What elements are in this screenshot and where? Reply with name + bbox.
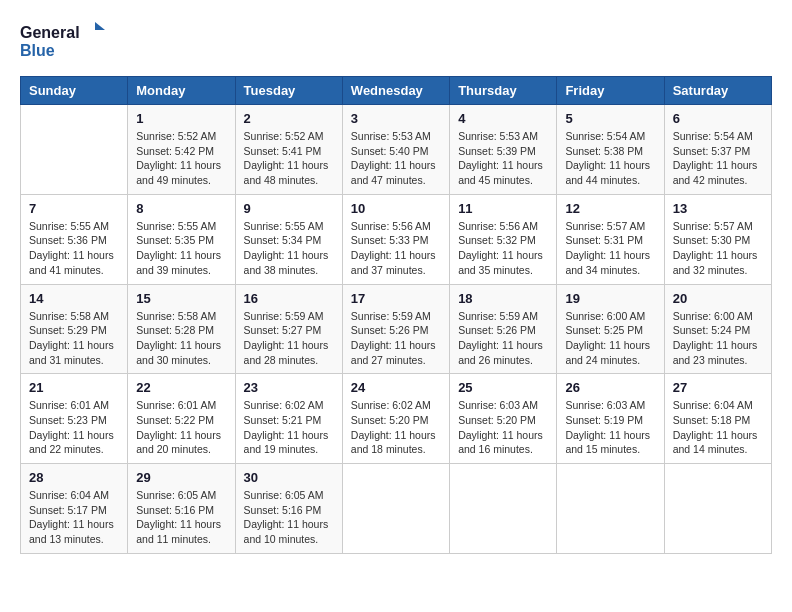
calendar-cell [21,105,128,195]
day-info: Sunrise: 5:52 AM Sunset: 5:42 PM Dayligh… [136,129,226,188]
day-info: Sunrise: 6:00 AM Sunset: 5:24 PM Dayligh… [673,309,763,368]
day-info: Sunrise: 6:05 AM Sunset: 5:16 PM Dayligh… [136,488,226,547]
calendar-cell: 8Sunrise: 5:55 AM Sunset: 5:35 PM Daylig… [128,194,235,284]
calendar-cell: 19Sunrise: 6:00 AM Sunset: 5:25 PM Dayli… [557,284,664,374]
day-number: 14 [29,291,119,306]
day-info: Sunrise: 6:02 AM Sunset: 5:20 PM Dayligh… [351,398,441,457]
day-info: Sunrise: 6:02 AM Sunset: 5:21 PM Dayligh… [244,398,334,457]
day-number: 3 [351,111,441,126]
day-number: 19 [565,291,655,306]
calendar-cell: 7Sunrise: 5:55 AM Sunset: 5:36 PM Daylig… [21,194,128,284]
day-number: 8 [136,201,226,216]
calendar-cell: 12Sunrise: 5:57 AM Sunset: 5:31 PM Dayli… [557,194,664,284]
day-number: 27 [673,380,763,395]
day-info: Sunrise: 6:01 AM Sunset: 5:22 PM Dayligh… [136,398,226,457]
day-info: Sunrise: 5:59 AM Sunset: 5:26 PM Dayligh… [351,309,441,368]
day-number: 30 [244,470,334,485]
day-info: Sunrise: 5:58 AM Sunset: 5:28 PM Dayligh… [136,309,226,368]
day-info: Sunrise: 5:54 AM Sunset: 5:38 PM Dayligh… [565,129,655,188]
calendar-cell: 10Sunrise: 5:56 AM Sunset: 5:33 PM Dayli… [342,194,449,284]
day-info: Sunrise: 5:57 AM Sunset: 5:30 PM Dayligh… [673,219,763,278]
calendar-cell: 23Sunrise: 6:02 AM Sunset: 5:21 PM Dayli… [235,374,342,464]
day-info: Sunrise: 5:54 AM Sunset: 5:37 PM Dayligh… [673,129,763,188]
day-info: Sunrise: 5:53 AM Sunset: 5:39 PM Dayligh… [458,129,548,188]
day-info: Sunrise: 6:00 AM Sunset: 5:25 PM Dayligh… [565,309,655,368]
calendar-cell: 5Sunrise: 5:54 AM Sunset: 5:38 PM Daylig… [557,105,664,195]
calendar-cell: 2Sunrise: 5:52 AM Sunset: 5:41 PM Daylig… [235,105,342,195]
calendar-cell: 4Sunrise: 5:53 AM Sunset: 5:39 PM Daylig… [450,105,557,195]
calendar-week-row: 1Sunrise: 5:52 AM Sunset: 5:42 PM Daylig… [21,105,772,195]
day-info: Sunrise: 6:01 AM Sunset: 5:23 PM Dayligh… [29,398,119,457]
day-number: 26 [565,380,655,395]
calendar-cell [664,464,771,554]
calendar-week-row: 28Sunrise: 6:04 AM Sunset: 5:17 PM Dayli… [21,464,772,554]
day-info: Sunrise: 5:56 AM Sunset: 5:32 PM Dayligh… [458,219,548,278]
calendar-cell: 18Sunrise: 5:59 AM Sunset: 5:26 PM Dayli… [450,284,557,374]
day-header-friday: Friday [557,77,664,105]
day-number: 21 [29,380,119,395]
calendar-cell: 14Sunrise: 5:58 AM Sunset: 5:29 PM Dayli… [21,284,128,374]
calendar-cell: 1Sunrise: 5:52 AM Sunset: 5:42 PM Daylig… [128,105,235,195]
svg-text:General: General [20,24,80,41]
calendar-cell: 27Sunrise: 6:04 AM Sunset: 5:18 PM Dayli… [664,374,771,464]
day-number: 2 [244,111,334,126]
day-number: 16 [244,291,334,306]
calendar-cell: 6Sunrise: 5:54 AM Sunset: 5:37 PM Daylig… [664,105,771,195]
day-info: Sunrise: 5:55 AM Sunset: 5:34 PM Dayligh… [244,219,334,278]
day-number: 5 [565,111,655,126]
day-info: Sunrise: 5:58 AM Sunset: 5:29 PM Dayligh… [29,309,119,368]
day-number: 7 [29,201,119,216]
day-info: Sunrise: 6:04 AM Sunset: 5:18 PM Dayligh… [673,398,763,457]
calendar-table: SundayMondayTuesdayWednesdayThursdayFrid… [20,76,772,554]
day-info: Sunrise: 6:03 AM Sunset: 5:19 PM Dayligh… [565,398,655,457]
day-number: 20 [673,291,763,306]
svg-text:Blue: Blue [20,42,55,59]
day-number: 23 [244,380,334,395]
calendar-week-row: 14Sunrise: 5:58 AM Sunset: 5:29 PM Dayli… [21,284,772,374]
calendar-cell: 3Sunrise: 5:53 AM Sunset: 5:40 PM Daylig… [342,105,449,195]
calendar-cell: 26Sunrise: 6:03 AM Sunset: 5:19 PM Dayli… [557,374,664,464]
day-header-saturday: Saturday [664,77,771,105]
day-info: Sunrise: 5:57 AM Sunset: 5:31 PM Dayligh… [565,219,655,278]
page-header: GeneralBlue [20,20,772,60]
calendar-week-row: 21Sunrise: 6:01 AM Sunset: 5:23 PM Dayli… [21,374,772,464]
calendar-cell: 16Sunrise: 5:59 AM Sunset: 5:27 PM Dayli… [235,284,342,374]
day-number: 18 [458,291,548,306]
day-header-monday: Monday [128,77,235,105]
day-header-thursday: Thursday [450,77,557,105]
calendar-cell: 30Sunrise: 6:05 AM Sunset: 5:16 PM Dayli… [235,464,342,554]
day-number: 17 [351,291,441,306]
calendar-cell: 13Sunrise: 5:57 AM Sunset: 5:30 PM Dayli… [664,194,771,284]
calendar-cell: 11Sunrise: 5:56 AM Sunset: 5:32 PM Dayli… [450,194,557,284]
calendar-cell: 15Sunrise: 5:58 AM Sunset: 5:28 PM Dayli… [128,284,235,374]
calendar-cell: 24Sunrise: 6:02 AM Sunset: 5:20 PM Dayli… [342,374,449,464]
day-info: Sunrise: 5:59 AM Sunset: 5:27 PM Dayligh… [244,309,334,368]
day-header-wednesday: Wednesday [342,77,449,105]
calendar-cell [342,464,449,554]
day-number: 24 [351,380,441,395]
day-number: 13 [673,201,763,216]
calendar-cell: 21Sunrise: 6:01 AM Sunset: 5:23 PM Dayli… [21,374,128,464]
day-number: 1 [136,111,226,126]
day-number: 25 [458,380,548,395]
calendar-cell: 22Sunrise: 6:01 AM Sunset: 5:22 PM Dayli… [128,374,235,464]
calendar-cell: 20Sunrise: 6:00 AM Sunset: 5:24 PM Dayli… [664,284,771,374]
day-info: Sunrise: 5:56 AM Sunset: 5:33 PM Dayligh… [351,219,441,278]
calendar-cell [450,464,557,554]
day-number: 29 [136,470,226,485]
day-number: 22 [136,380,226,395]
day-number: 6 [673,111,763,126]
calendar-cell: 17Sunrise: 5:59 AM Sunset: 5:26 PM Dayli… [342,284,449,374]
day-info: Sunrise: 6:05 AM Sunset: 5:16 PM Dayligh… [244,488,334,547]
day-number: 4 [458,111,548,126]
day-info: Sunrise: 5:52 AM Sunset: 5:41 PM Dayligh… [244,129,334,188]
day-number: 28 [29,470,119,485]
calendar-cell: 9Sunrise: 5:55 AM Sunset: 5:34 PM Daylig… [235,194,342,284]
svg-marker-1 [95,22,105,30]
day-info: Sunrise: 5:53 AM Sunset: 5:40 PM Dayligh… [351,129,441,188]
day-info: Sunrise: 5:55 AM Sunset: 5:36 PM Dayligh… [29,219,119,278]
day-info: Sunrise: 5:55 AM Sunset: 5:35 PM Dayligh… [136,219,226,278]
calendar-cell: 28Sunrise: 6:04 AM Sunset: 5:17 PM Dayli… [21,464,128,554]
calendar-cell [557,464,664,554]
day-number: 15 [136,291,226,306]
